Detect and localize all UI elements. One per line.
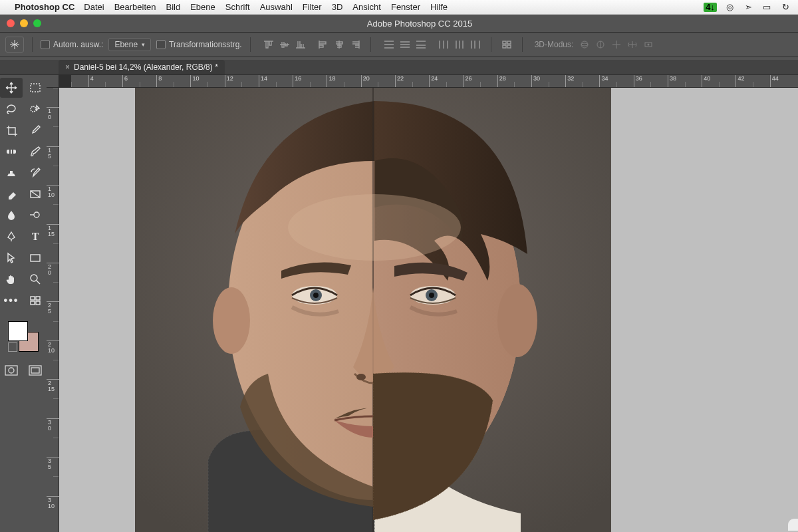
menu-bild[interactable]: Bild [166,2,181,12]
portrait-image [135,88,611,532]
rectangle-shape-tool[interactable] [24,248,47,268]
align-vcenter-icon[interactable] [277,38,292,51]
close-tab-icon[interactable]: × [65,63,70,72]
document-tab[interactable]: × Daniel-5 bei 14,2% (Alexander, RGB/8) … [59,60,225,74]
vertical-ruler[interactable]: 101511011520252102153035310 [47,88,59,532]
foreground-color-swatch[interactable] [8,321,28,341]
menu-ansicht[interactable]: Ansicht [352,2,381,12]
auto-align-icon[interactable] [499,38,514,51]
screen-mode-icon[interactable] [29,365,42,378]
slide-3d-icon[interactable] [626,39,638,51]
document-tab-bar: × Daniel-5 bei 14,2% (Alexander, RGB/8) … [0,60,798,75]
brush-tool[interactable] [24,142,47,162]
menu-datei[interactable]: Datei [84,2,104,12]
distribute-top-icon[interactable] [382,38,396,51]
tray-arrow-icon[interactable]: ➣ [742,3,754,12]
transform-controls-label: Transformationsstrg. [169,40,242,49]
eyedropper-tool[interactable] [24,120,47,140]
auto-select-target-dropdown[interactable]: Ebene ▾ [108,38,151,51]
menu-schrift[interactable]: Schrift [225,2,250,12]
edit-toolbar-icon[interactable] [24,291,47,311]
clone-stamp-tool[interactable] [0,163,23,183]
horizontal-ruler[interactable]: 468101214161820222426283032343638404244 [71,75,798,88]
photoshop-window: Adobe Photoshop CC 2015 Autom. ausw.: Eb… [0,15,798,532]
canvas[interactable] [135,88,611,532]
tray-timemachine-icon[interactable]: ↻ [779,3,791,12]
svg-rect-8 [9,148,11,156]
window-zoom-button[interactable] [33,19,41,27]
svg-rect-17 [36,301,40,305]
history-brush-tool[interactable] [24,163,47,183]
svg-rect-14 [31,297,35,300]
quick-selection-tool[interactable] [24,99,47,119]
align-right-icon[interactable] [348,38,362,51]
window-title: Adobe Photoshop CC 2015 [41,19,798,29]
menubar-tray: 4↓ ◎ ➣ ▭ ↻ [704,3,791,12]
lasso-tool[interactable] [0,99,23,119]
mode-3d-label: 3D-Modus: [535,40,574,49]
menu-bearbeiten[interactable]: Bearbeiten [114,2,156,12]
align-hcenter-icon[interactable] [332,38,346,51]
menu-ebene[interactable]: Ebene [190,2,215,12]
roll-3d-icon[interactable] [595,39,606,51]
color-swatches[interactable] [8,321,39,352]
svg-point-19 [9,368,14,373]
healing-brush-tool[interactable] [0,142,23,162]
document-tab-label: Daniel-5 bei 14,2% (Alexander, RGB/8) * [74,63,218,72]
svg-point-27 [497,284,537,357]
zoom-tool[interactable] [24,269,47,289]
hand-tool[interactable] [0,269,23,289]
canvas-pasteboard[interactable] [59,88,798,532]
align-left-icon[interactable] [316,38,331,51]
resize-corner-icon[interactable] [788,519,798,531]
options-bar: Autom. ausw.: Ebene ▾ Transformationsstr… [0,33,798,57]
tools-panel: T ••• [0,75,47,532]
active-tool-preset-icon[interactable] [5,37,24,53]
tray-download-indicator-icon[interactable]: 4↓ [704,3,717,12]
eraser-tool[interactable] [0,184,23,204]
tray-app-icon[interactable]: ◎ [724,3,735,12]
distribute-vcenter-icon[interactable] [398,38,412,51]
align-top-icon[interactable] [261,38,276,51]
pan-3d-icon[interactable] [610,39,622,51]
blur-tool[interactable] [0,205,23,225]
scale-3d-icon[interactable] [642,39,654,51]
quick-mask-icon[interactable] [5,365,18,378]
path-selection-tool[interactable] [0,248,23,268]
menu-hilfe[interactable]: Hilfe [430,2,448,12]
transform-controls-checkbox[interactable]: Transformationsstrg. [156,40,242,49]
move-tool[interactable] [0,78,23,98]
dodge-tool[interactable] [24,205,47,225]
rectangular-marquee-tool[interactable] [24,78,47,98]
distribute-right-icon[interactable] [468,38,483,51]
align-buttons-group [261,38,308,51]
menu-filter[interactable]: Filter [303,2,322,12]
window-minimize-button[interactable] [20,19,28,27]
mode-3d-icons [579,39,654,51]
auto-select-checkbox[interactable]: Autom. ausw.: [41,40,103,49]
distribute-left-icon[interactable] [436,38,451,51]
distribute-hcenter-icon[interactable] [452,38,467,51]
auto-select-label: Autom. ausw.: [53,40,103,49]
tray-display-icon[interactable]: ▭ [761,3,773,12]
ruler-origin[interactable] [47,75,59,88]
crop-tool[interactable] [0,120,23,140]
svg-point-0 [581,41,588,48]
chevron-down-icon: ▾ [142,41,145,48]
svg-point-13 [31,275,37,281]
default-colors-icon[interactable] [8,342,17,352]
gradient-tool[interactable] [24,184,47,204]
pen-tool[interactable] [0,227,23,247]
more-tools[interactable]: ••• [0,291,23,311]
distribute-bottom-icon[interactable] [414,38,428,51]
svg-rect-12 [31,255,40,261]
app-menu[interactable]: Photoshop CC [15,2,74,12]
window-close-button[interactable] [7,19,15,27]
menu-fenster[interactable]: Fenster [391,2,420,12]
align-bottom-icon[interactable] [293,38,308,51]
type-tool[interactable]: T [24,227,47,247]
orbit-3d-icon[interactable] [579,39,591,51]
menu-auswahl[interactable]: Auswahl [260,2,293,12]
swap-colors-icon[interactable] [31,321,39,329]
menu-3d[interactable]: 3D [332,2,343,12]
